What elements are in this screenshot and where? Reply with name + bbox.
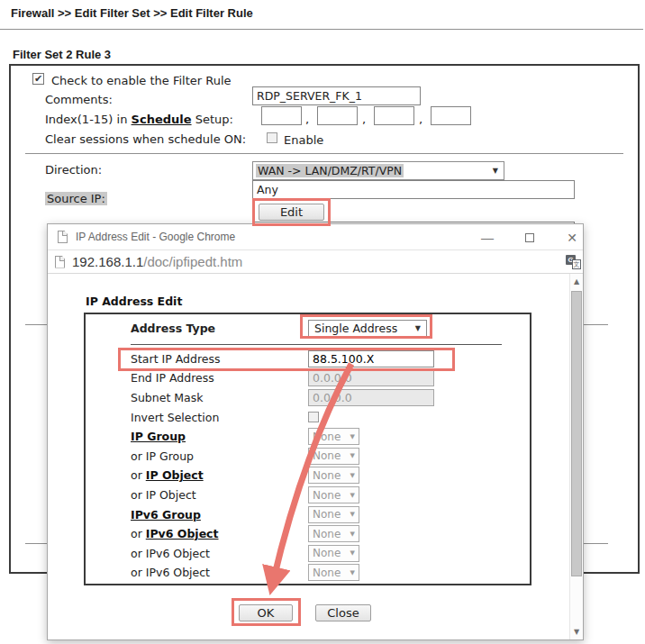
ip-object-row: or IP Object None▼ bbox=[86, 466, 530, 485]
end-ip-row: End IP Address bbox=[86, 368, 530, 388]
comma-separator: , bbox=[419, 113, 422, 126]
or-ip-group-select[interactable]: None▼ bbox=[308, 448, 359, 465]
ip-group-select[interactable]: None▼ bbox=[308, 428, 359, 445]
direction-label: Direction: bbox=[45, 163, 102, 177]
window-title: IP Address Edit - Google Chrome bbox=[76, 231, 235, 243]
schedule-index-3[interactable] bbox=[374, 106, 414, 125]
clear-sessions-checkbox[interactable] bbox=[267, 132, 277, 143]
ipv6-group-row: IPv6 Group None▼ bbox=[86, 504, 530, 524]
or-ipv6-object-row: or IPv6 Object None▼ bbox=[86, 544, 530, 564]
chevron-down-icon: ▼ bbox=[350, 511, 355, 518]
ipv6-object-select[interactable]: None▼ bbox=[308, 525, 359, 542]
source-ip-label: Source IP: bbox=[45, 192, 107, 205]
or-ipv6-object-select-2[interactable]: None▼ bbox=[308, 564, 359, 581]
comma-separator: , bbox=[362, 113, 366, 126]
schedule-index-1[interactable] bbox=[261, 106, 302, 125]
schedule-link[interactable]: Schedule bbox=[132, 113, 192, 126]
subnet-mask-row: Subnet Mask bbox=[86, 388, 530, 408]
section-divider bbox=[25, 153, 623, 154]
chevron-down-icon: ▼ bbox=[350, 472, 355, 479]
direction-value: WAN -> LAN/DMZ/RT/VPN bbox=[256, 164, 404, 177]
close-button[interactable]: ✕ bbox=[565, 231, 579, 245]
schedule-index-4[interactable] bbox=[431, 106, 471, 125]
scrollbar-thumb[interactable] bbox=[571, 291, 582, 576]
close-button[interactable]: Close bbox=[315, 604, 371, 621]
clear-sessions-label: Clear sessions when schedule ON: bbox=[45, 132, 246, 146]
or-ip-object-select[interactable]: None▼ bbox=[308, 486, 359, 503]
comma-separator: , bbox=[305, 113, 309, 126]
comments-input[interactable] bbox=[252, 86, 421, 105]
direction-select[interactable]: WAN -> LAN/DMZ/RT/VPN ▼ bbox=[252, 161, 504, 180]
url-host: 192.168.1.1 bbox=[72, 254, 143, 269]
ip-address-edit-window: IP Address Edit - Google Chrome — ✕ 192.… bbox=[47, 223, 584, 640]
scroll-up-icon[interactable]: ▲ bbox=[570, 274, 583, 289]
chevron-down-icon: ▼ bbox=[350, 452, 355, 459]
or-ip-object-row: or IP Object None▼ bbox=[86, 485, 530, 505]
chevron-down-icon: ▼ bbox=[350, 433, 355, 440]
maximize-button[interactable] bbox=[522, 231, 537, 245]
page-icon bbox=[58, 231, 68, 243]
minimize-button[interactable]: — bbox=[480, 231, 495, 245]
ip-object-link[interactable]: IP Object bbox=[146, 468, 204, 482]
chevron-down-icon: ▼ bbox=[493, 167, 498, 175]
url-path: /doc/ipfipedt.htm bbox=[143, 254, 242, 269]
ipv6-object-link[interactable]: IPv6 Object bbox=[146, 527, 219, 540]
chevron-down-icon: ▼ bbox=[350, 549, 355, 557]
highlight-start-ip bbox=[118, 348, 455, 371]
popup-heading: IP Address Edit bbox=[86, 295, 182, 308]
highlight-ok-button bbox=[232, 598, 301, 626]
chevron-down-icon: ▼ bbox=[350, 531, 355, 538]
scroll-down-icon[interactable]: ▼ bbox=[570, 624, 583, 639]
chevron-down-icon: ▼ bbox=[350, 492, 355, 499]
invert-selection-row: Invert Selection bbox=[86, 407, 530, 427]
or-ipv6-object-select[interactable]: None▼ bbox=[308, 545, 359, 562]
schedule-index-2[interactable] bbox=[317, 106, 358, 125]
screen: Firewall >> Edit Filter Set >> Edit Filt… bbox=[0, 0, 645, 644]
highlight-address-type bbox=[300, 314, 432, 339]
maximize-icon bbox=[525, 233, 534, 242]
table-divider bbox=[131, 344, 502, 345]
ipv6-group-link[interactable]: IPv6 Group bbox=[131, 508, 201, 522]
highlight-edit-button bbox=[252, 198, 331, 226]
ip-group-link[interactable]: IP Group bbox=[131, 430, 186, 443]
page-icon bbox=[55, 256, 65, 268]
comments-label: Comments: bbox=[45, 93, 113, 106]
ip-object-select[interactable]: None▼ bbox=[308, 467, 359, 484]
ip-group-row: IP Group None▼ bbox=[86, 427, 530, 447]
url-text: 192.168.1.1/doc/ipfipedt.htm bbox=[72, 254, 242, 269]
page-title: Filter Set 2 Rule 3 bbox=[13, 48, 111, 61]
chevron-down-icon: ▼ bbox=[350, 569, 355, 576]
address-type-label: Address Type bbox=[131, 322, 308, 335]
invert-selection-checkbox[interactable] bbox=[308, 412, 319, 422]
clear-sessions-enable-label: Enable bbox=[284, 133, 323, 147]
scrollbar[interactable]: ▲ ▼ bbox=[569, 274, 583, 639]
ipv6-group-select[interactable]: None▼ bbox=[308, 506, 359, 523]
breadcrumb: Firewall >> Edit Filter Set >> Edit Filt… bbox=[11, 6, 253, 20]
header-divider bbox=[0, 29, 643, 30]
ipv6-object-row: or IPv6 Object None▼ bbox=[86, 524, 530, 544]
end-ip-input bbox=[308, 369, 434, 386]
source-ip-input[interactable] bbox=[252, 180, 575, 199]
translate-icon[interactable]: G 文 bbox=[566, 255, 581, 269]
enable-rule-label: Check to enable the Filter Rule bbox=[51, 74, 232, 87]
address-bar[interactable]: 192.168.1.1/doc/ipfipedt.htm G 文 bbox=[48, 250, 583, 274]
schedule-label: Index(1-15) in Schedule Setup: bbox=[45, 113, 233, 126]
enable-rule-checkbox[interactable]: ✔ bbox=[32, 73, 44, 85]
subnet-mask-input bbox=[308, 389, 434, 406]
window-titlebar[interactable]: IP Address Edit - Google Chrome — ✕ bbox=[48, 224, 583, 250]
or-ip-group-row: or IP Group None▼ bbox=[86, 447, 530, 467]
or-ipv6-object-row-2: or IPv6 Object None▼ bbox=[86, 563, 530, 583]
